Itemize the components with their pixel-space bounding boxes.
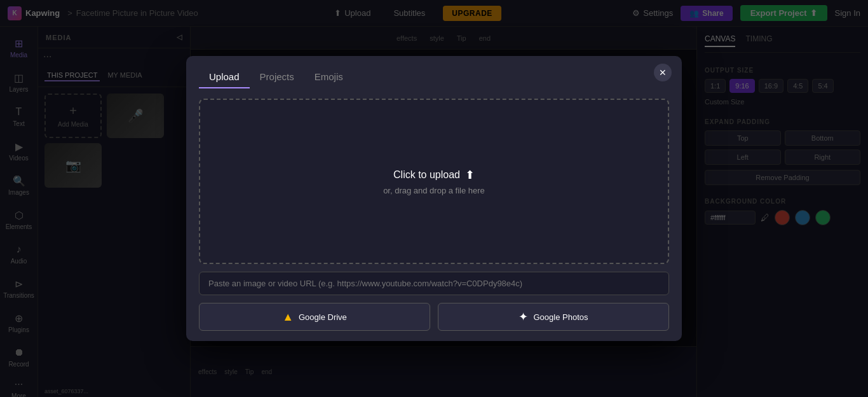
google-photos-button[interactable]: ✦ Google Photos xyxy=(438,303,669,331)
google-photos-icon: ✦ xyxy=(519,310,528,324)
upload-sub-text: or, drag and drop a file here xyxy=(383,186,485,195)
url-paste-input[interactable] xyxy=(199,272,669,295)
modal-tab-projects[interactable]: Projects xyxy=(250,66,304,88)
modal-close-button[interactable]: ✕ xyxy=(654,64,672,81)
modal-tab-upload[interactable]: Upload xyxy=(199,66,250,88)
upload-modal: Upload Projects Emojis ✕ Click to upload… xyxy=(186,56,682,341)
modal-tab-emojis[interactable]: Emojis xyxy=(304,66,353,88)
modal-overlay[interactable]: Upload Projects Emojis ✕ Click to upload… xyxy=(0,0,868,397)
modal-header: Upload Projects Emojis ✕ xyxy=(186,56,682,88)
upload-main-text: Click to upload ⬆ xyxy=(393,168,475,182)
modal-body: Click to upload ⬆ or, drag and drop a fi… xyxy=(186,88,682,341)
upload-arrow-icon: ⬆ xyxy=(465,168,475,182)
google-drive-icon: ▲ xyxy=(282,310,294,324)
upload-dropzone[interactable]: Click to upload ⬆ or, drag and drop a fi… xyxy=(199,99,669,264)
cloud-buttons: ▲ Google Drive ✦ Google Photos xyxy=(199,303,669,331)
google-drive-button[interactable]: ▲ Google Drive xyxy=(199,303,430,331)
